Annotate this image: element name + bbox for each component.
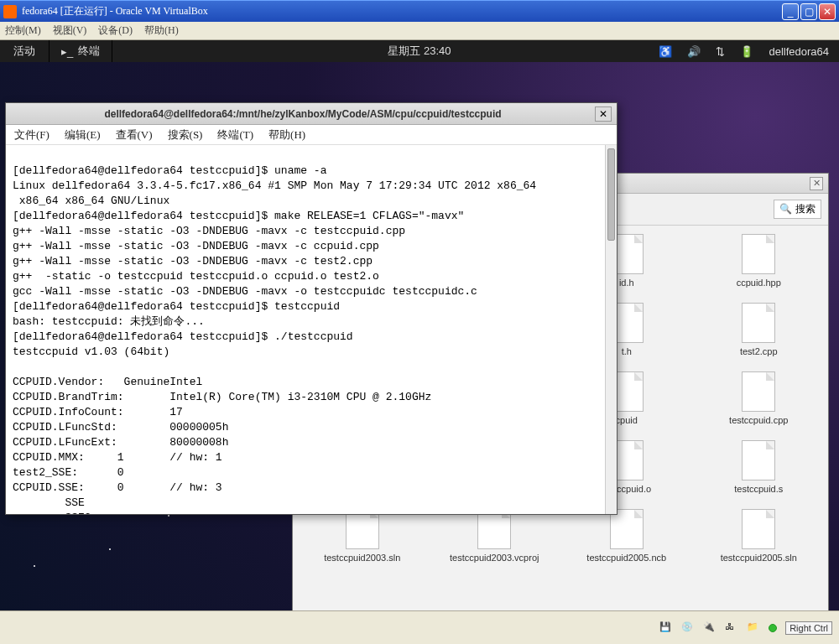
clock[interactable]: 星期五 23:40 (388, 40, 451, 62)
terminal-scrollbar[interactable] (605, 145, 617, 514)
vm-menubar: 控制(M) 视图(V) 设备(D) 帮助(H) (0, 22, 839, 40)
file-label: testccpuid.cpp (729, 415, 788, 425)
terminal-titlebar[interactable]: dellfedora64@dellfedora64:/mnt/he/zylKan… (6, 103, 617, 125)
shared-folder-icon[interactable]: 📁 (747, 621, 760, 635)
network-status-icon[interactable]: 🖧 (725, 621, 738, 635)
vm-menu-control[interactable]: 控制(M) (5, 23, 41, 38)
terminal-icon: ▸_ (61, 45, 73, 58)
file-item[interactable]: testccpuid2003.vcproj (434, 509, 556, 563)
terminal-window: dellfedora64@dellfedora64:/mnt/he/zylKan… (5, 102, 618, 515)
terminal-label: 终端 (78, 44, 100, 59)
hdd-icon[interactable]: 💾 (659, 621, 673, 635)
close-button[interactable]: ✕ (819, 3, 836, 20)
term-menu-help[interactable]: 帮助(H) (268, 127, 305, 143)
search-placeholder: 搜索 (795, 202, 816, 216)
file-label: ccpuid.hpp (737, 278, 781, 288)
file-icon (742, 234, 775, 274)
term-menu-search[interactable]: 搜索(S) (168, 127, 203, 143)
file-label: testccpuid2005.ncb (586, 553, 666, 563)
term-menu-view[interactable]: 查看(V) (116, 127, 153, 143)
vm-menu-view[interactable]: 视图(V) (53, 23, 87, 38)
file-item[interactable]: testccpuid2005.ncb (565, 509, 688, 563)
file-item[interactable]: testccpuid2003.sln (301, 509, 424, 563)
terminal-close-button[interactable]: ✕ (595, 106, 612, 122)
file-label: id.h (619, 278, 634, 288)
vm-titlebar: fedora64 [正在运行] - Oracle VM VirtualBox _… (0, 0, 839, 22)
top-app-terminal[interactable]: ▸_ 终端 (49, 40, 112, 62)
search-icon: 🔍 (779, 203, 792, 216)
terminal-scroll-thumb[interactable] (607, 148, 615, 241)
file-icon (610, 509, 644, 549)
vm-menu-devices[interactable]: 设备(D) (98, 23, 133, 38)
file-icon (742, 509, 775, 549)
file-manager-close-button[interactable]: ✕ (810, 177, 823, 190)
file-label: testccpuid2003.vcproj (450, 553, 539, 563)
led-icon (769, 624, 777, 632)
file-label: testccpuid2003.sln (324, 553, 400, 563)
file-icon (477, 509, 511, 549)
file-item[interactable]: test2.cpp (698, 303, 821, 356)
gnome-top-bar: 活动 ▸_ 终端 星期五 23:40 ♿ 🔊 ⇅ 🔋 dellfedora64 (0, 40, 839, 62)
volume-icon[interactable]: 🔊 (687, 45, 701, 58)
file-label: test2.cpp (740, 346, 778, 356)
maximize-button[interactable]: ▢ (800, 3, 817, 20)
search-field[interactable]: 🔍 搜索 (774, 200, 821, 219)
optical-icon[interactable]: 💿 (681, 621, 695, 635)
user-menu[interactable]: dellfedora64 (769, 45, 829, 58)
vm-title: fedora64 [正在运行] - Oracle VM VirtualBox (22, 4, 782, 18)
system-tray: ♿ 🔊 ⇅ 🔋 dellfedora64 (659, 45, 839, 58)
virtualbox-icon (3, 5, 17, 18)
terminal-body[interactable]: [dellfedora64@dellfedora64 testccpuid]$ … (6, 145, 617, 514)
guest-display: 活动 ▸_ 终端 星期五 23:40 ♿ 🔊 ⇅ 🔋 dellfedora64 … (0, 40, 839, 610)
vm-menu-help[interactable]: 帮助(H) (144, 23, 179, 38)
host-key-indicator: Right Ctrl (785, 621, 832, 635)
file-label: testccpuid2005.sln (721, 553, 797, 563)
file-label: testccpuid.s (734, 484, 783, 494)
terminal-title: dellfedora64@dellfedora64:/mnt/he/zylKan… (11, 108, 595, 120)
term-menu-file[interactable]: 文件(F) (14, 127, 50, 143)
minimize-button[interactable]: _ (782, 3, 799, 20)
file-label: t.h (622, 346, 632, 356)
file-label: cpuid (616, 415, 638, 425)
file-icon (346, 509, 379, 549)
file-icon (742, 371, 775, 412)
accessibility-icon[interactable]: ♿ (659, 45, 672, 58)
activities-button[interactable]: 活动 (0, 40, 49, 62)
term-menu-terminal[interactable]: 终端(T) (217, 127, 253, 143)
file-icon (742, 303, 775, 343)
battery-icon[interactable]: 🔋 (740, 45, 753, 58)
term-menu-edit[interactable]: 编辑(E) (65, 127, 101, 143)
terminal-menubar: 文件(F) 编辑(E) 查看(V) 搜索(S) 终端(T) 帮助(H) (6, 125, 617, 145)
usb-icon[interactable]: 🔌 (703, 621, 717, 635)
file-item[interactable]: testccpuid2005.sln (698, 509, 821, 563)
file-item[interactable]: testccpuid.s (698, 440, 821, 494)
file-item[interactable]: ccpuid.hpp (698, 234, 821, 288)
vm-statusbar: 💾 💿 🔌 🖧 📁 Right Ctrl (0, 610, 839, 644)
network-icon[interactable]: ⇅ (716, 45, 725, 58)
file-item[interactable]: testccpuid.cpp (698, 371, 821, 425)
file-icon (742, 440, 775, 480)
